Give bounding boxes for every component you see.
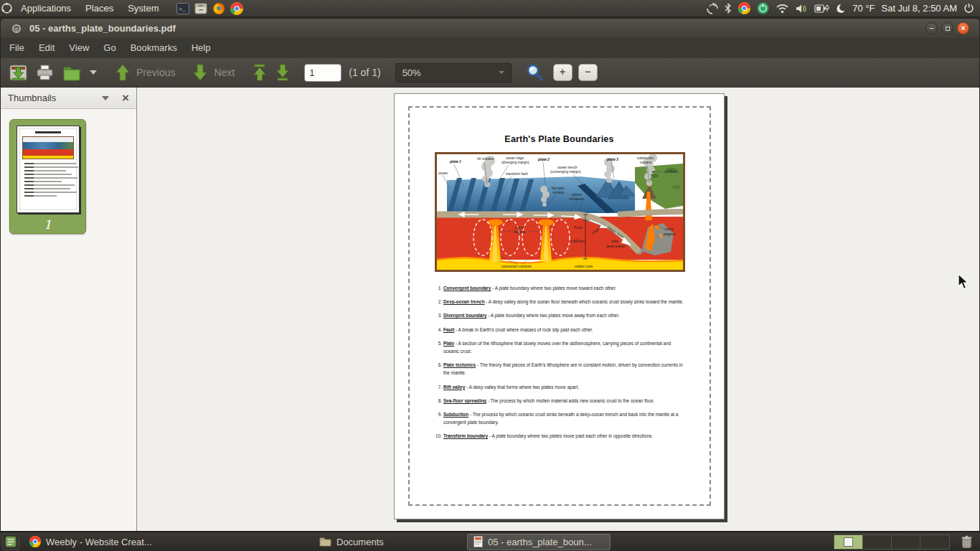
wifi-icon[interactable] [776, 4, 789, 14]
taskbar: Weebly - Website Creat... Documents 05 -… [0, 532, 980, 551]
sidebar-dropdown-caret[interactable] [102, 96, 109, 100]
page-thumbnail[interactable]: 1 [9, 119, 86, 234]
glossary-item: 5.Plate - A section of the lithosphere t… [435, 339, 687, 355]
chrome-launcher-icon[interactable] [230, 1, 243, 15]
workspace-4[interactable] [920, 535, 949, 549]
glossary-item: 1.Convergent boundary - A plate boundary… [435, 284, 687, 292]
open-file-button[interactable] [58, 60, 85, 85]
bluetooth-icon[interactable] [725, 3, 732, 14]
glossary-definition: - The process by which oceanic crust sin… [443, 412, 678, 425]
document-icon [12, 24, 21, 33]
glossary-term: Subduction [443, 412, 468, 417]
pdf-task-icon [473, 536, 483, 547]
activity-spinner-icon[interactable] [707, 3, 718, 14]
previous-page-button[interactable]: Previous [111, 60, 179, 85]
thumbnail-preview [17, 126, 80, 213]
file-manager-launcher-icon[interactable] [194, 1, 207, 15]
zoom-out-button[interactable]: − [578, 64, 598, 81]
print-button[interactable] [32, 60, 58, 85]
glossary-term: Fault [443, 327, 454, 332]
top-panel: Applications Places System >_ [0, 0, 980, 17]
file-menu[interactable]: File [1, 38, 32, 58]
task-weebly[interactable]: Weebly - Website Creat... [24, 534, 167, 550]
item-number: 6. [433, 361, 442, 369]
next-page-button[interactable]: Next [189, 60, 238, 85]
glossary-definition: - The process by which molten material a… [486, 398, 654, 403]
diagram-label: plate 3 [606, 157, 618, 161]
zoom-level-value: 50% [402, 67, 421, 78]
diagram-label: ocean trench [557, 166, 578, 169]
diagram-label: deep mantle [606, 245, 626, 248]
item-number: 1. [433, 284, 442, 292]
chrome-task-icon [29, 536, 41, 547]
first-page-button[interactable] [248, 60, 271, 85]
diagram-label: magma [514, 230, 525, 234]
clock[interactable]: Sat Jul 8, 2:50 AM [881, 3, 957, 14]
sidebar-title: Thumbnails [8, 93, 56, 103]
task-label: Documents [336, 537, 384, 547]
diagram-label: volcano [552, 191, 565, 194]
minimize-button[interactable]: – [925, 22, 938, 34]
battery-icon[interactable] [814, 4, 830, 14]
trash-icon[interactable] [957, 535, 976, 548]
last-page-button[interactable] [271, 60, 294, 85]
item-number: 7. [433, 383, 442, 391]
terminal-launcher-icon[interactable]: >_ [176, 1, 189, 15]
zoom-level-combobox[interactable]: 50% [395, 63, 512, 83]
workspace-switcher[interactable] [834, 534, 950, 550]
diagram-label: volcanoes [569, 197, 585, 201]
open-dropdown-caret[interactable] [85, 60, 101, 85]
item-number: 9. [433, 410, 442, 418]
edit-menu[interactable]: Edit [32, 38, 62, 58]
svg-text:>_: >_ [179, 6, 186, 12]
glossary-term: Divergent boundary [443, 313, 486, 318]
diagram-label: (diverging margin) [501, 161, 529, 164]
bookmarks-menu[interactable]: Bookmarks [123, 38, 184, 58]
maximize-button[interactable] [941, 22, 953, 34]
item-number: 10. [433, 432, 442, 440]
glossary-term: Deep-ocean trench [443, 299, 485, 304]
system-menu[interactable]: System [121, 0, 166, 17]
workspace-3[interactable] [892, 535, 920, 549]
sync-indicator-icon[interactable] [757, 2, 769, 14]
show-desktop-button[interactable] [2, 534, 19, 550]
save-button[interactable] [5, 60, 32, 85]
item-number: 3. [433, 311, 442, 319]
folder-task-icon [319, 537, 331, 547]
plate-boundaries-figure: ocean plate 1 rift volcano ocean ridge (… [435, 152, 685, 272]
titlebar[interactable]: 05 - earths_plate_boundaries.pdf – × [1, 19, 979, 38]
places-menu[interactable]: Places [78, 0, 121, 17]
thumbnail-page-number: 1 [10, 217, 85, 232]
task-documents[interactable]: Documents [314, 534, 463, 550]
pdf-page[interactable]: Earth's Plate Boundaries [394, 93, 725, 519]
page-number-input[interactable] [304, 64, 341, 82]
glossary-definition: - A plate boundary where two plates move… [486, 313, 619, 318]
glossary-term: Plate [443, 341, 454, 346]
go-menu[interactable]: Go [96, 38, 123, 58]
applications-menu[interactable]: Applications [14, 0, 78, 17]
help-menu[interactable]: Help [184, 38, 218, 58]
glossary-list: 1.Convergent boundary - A plate boundary… [435, 284, 687, 446]
glossary-term: Rift valley [443, 385, 465, 390]
glossary-term: Sea-floor spreading [443, 398, 486, 403]
glossary-item: 7.Rift valley - A deep valley that forms… [435, 383, 687, 391]
volume-icon[interactable] [796, 4, 808, 14]
workspace-1[interactable] [834, 535, 863, 549]
chrome-indicator-icon[interactable] [738, 2, 750, 14]
night-mode-moon-icon[interactable] [837, 4, 846, 14]
diagram-label: volcano [640, 161, 652, 164]
ubuntu-logo-icon[interactable] [0, 1, 14, 15]
search-button[interactable] [522, 60, 547, 85]
diagram-label: rising [515, 226, 524, 230]
task-pdf[interactable]: 05 - earths_plate_boun... [467, 534, 611, 550]
power-icon[interactable] [963, 3, 974, 14]
firefox-launcher-icon[interactable] [212, 1, 225, 15]
weather-temperature[interactable]: 70 °F [852, 3, 875, 14]
document-canvas[interactable]: Earth's Plate Boundaries [137, 88, 979, 532]
zoom-in-button[interactable]: + [553, 64, 573, 81]
workspace-2[interactable] [863, 535, 892, 549]
glossary-term: Convergent boundary [443, 286, 491, 291]
view-menu[interactable]: View [62, 38, 96, 58]
close-button[interactable]: × [957, 22, 969, 34]
sidebar-close-icon[interactable]: × [122, 92, 129, 104]
